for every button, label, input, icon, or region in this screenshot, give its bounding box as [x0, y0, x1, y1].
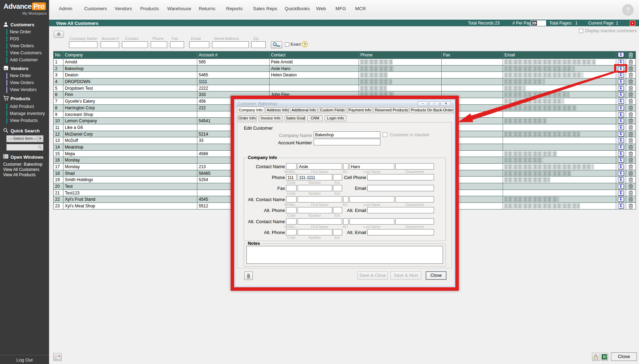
edit-icon[interactable]: E — [618, 177, 624, 182]
quick-search-select[interactable]: ----Select Item----▼ — [6, 135, 43, 142]
edit-icon[interactable]: E — [618, 99, 624, 104]
column-header-account-[interactable]: Account # — [197, 51, 270, 59]
name-field-0-4[interactable] — [395, 163, 434, 170]
trash-icon[interactable] — [628, 98, 633, 104]
edit-icon[interactable]: E — [618, 191, 624, 195]
edit-icon[interactable]: E — [618, 138, 624, 143]
name-field-0-0[interactable] — [286, 163, 297, 170]
trash-icon[interactable] — [628, 59, 633, 65]
column-header-email[interactable]: Email — [503, 51, 616, 59]
name-field-3-4[interactable] — [395, 196, 434, 202]
sidebar-item-view-customers[interactable]: View Customers — [0, 50, 49, 56]
right-input-4[interactable] — [367, 207, 434, 213]
tab-crm[interactable]: CRM — [307, 115, 322, 121]
menu-item-mfg[interactable]: MFG — [335, 0, 346, 18]
edit-icon[interactable]: E — [618, 79, 624, 84]
name-field-5-2[interactable] — [343, 218, 348, 225]
name-field-3-3[interactable] — [349, 196, 394, 202]
trash-icon[interactable] — [628, 131, 633, 137]
logout-button[interactable]: Log Out — [0, 357, 49, 363]
tab-payment-info[interactable]: Payment Info — [347, 107, 373, 113]
filter-input-contact[interactable] — [122, 41, 148, 48]
trash-icon[interactable] — [628, 92, 633, 97]
report-icon[interactable] — [53, 353, 62, 361]
right-input-6[interactable] — [367, 229, 434, 235]
display-inactive-checkbox[interactable] — [579, 29, 583, 33]
close-page-button[interactable]: Close — [611, 352, 637, 361]
trash-icon[interactable] — [628, 171, 633, 176]
save-close-button[interactable]: Save & Close — [358, 272, 388, 280]
edit-icon[interactable]: E — [618, 86, 624, 91]
sidebar-item-new-order[interactable]: New Order — [0, 73, 49, 79]
name-field-3-1[interactable] — [298, 196, 342, 202]
menu-item-sales-reps[interactable]: Sales Reps — [253, 0, 277, 18]
edit-icon[interactable]: E — [618, 132, 624, 137]
name-field-5-0[interactable] — [286, 218, 297, 225]
edit-icon[interactable]: E — [618, 125, 624, 130]
filter-input-phone[interactable] — [151, 41, 167, 48]
sidebar-item-add-customer[interactable]: Add Customer — [0, 57, 49, 63]
company-name-input[interactable]: Bakeshop — [314, 131, 380, 138]
tab-login-info[interactable]: Login Info — [325, 115, 346, 121]
customer-inactive-checkbox[interactable] — [383, 132, 387, 137]
notes-textarea[interactable] — [246, 246, 443, 264]
menu-item-reports[interactable]: Reports — [226, 0, 243, 18]
sidebar-item-manage-inventory[interactable]: Manage Inventory — [0, 111, 49, 117]
tab-sales-goal[interactable]: Sales Goal — [285, 115, 305, 121]
menu-item-mcr[interactable]: MCR — [355, 0, 366, 18]
name-field-5-1[interactable] — [298, 218, 342, 225]
filter-input-zip[interactable] — [251, 41, 266, 48]
sidebar-item-view-products[interactable]: View Products — [0, 118, 49, 124]
tab-invoice-info[interactable]: Invoice Info — [259, 115, 283, 121]
name-field-5-4[interactable] — [395, 218, 434, 225]
menu-item-customers[interactable]: Customers — [84, 0, 107, 18]
sidebar-item-pos[interactable]: POS — [0, 36, 49, 42]
edit-icon[interactable]: E — [618, 118, 624, 123]
account-number-input[interactable] — [314, 139, 380, 145]
name-field-0-3[interactable]: Haro — [349, 163, 394, 170]
menu-item-returns[interactable]: Returns — [199, 0, 215, 18]
edit-icon[interactable]: E — [618, 164, 624, 169]
trash-icon[interactable] — [628, 125, 633, 130]
edit-icon[interactable]: E — [618, 73, 624, 77]
column-header-contact[interactable]: Contact — [270, 51, 359, 59]
name-field-0-1[interactable]: Aisle — [298, 163, 342, 170]
excel-icon[interactable] — [601, 353, 608, 361]
trash-icon[interactable] — [628, 66, 633, 71]
tab-address-info[interactable]: Address Info — [265, 107, 289, 113]
table-row-1[interactable]: 1Arnold565Pete ArnoldE — [54, 59, 635, 65]
attachment-paperclip-button[interactable] — [244, 272, 253, 280]
edit-icon[interactable]: E — [618, 158, 624, 163]
phone-field-1-0[interactable]: 111 — [286, 174, 297, 180]
open-window-3[interactable]: View All Products — [3, 172, 36, 177]
modal-close-button[interactable]: Close — [426, 272, 446, 280]
menu-item-products[interactable]: Products — [140, 0, 159, 18]
sidebar-item-view-vendors[interactable]: View Vendors — [0, 87, 49, 93]
filter-input-company-name[interactable] — [69, 41, 97, 48]
trash-icon[interactable] — [628, 72, 633, 78]
tab-custom-fields[interactable]: Custom Fields — [319, 107, 346, 113]
per-page-input[interactable]: 39 — [531, 20, 546, 26]
phone-field-2-0[interactable] — [286, 185, 297, 191]
trash-icon[interactable] — [628, 52, 633, 58]
filter-input-email[interactable] — [189, 41, 209, 48]
table-row-5[interactable]: 5Dropdown Test2222E — [54, 85, 635, 91]
trash-icon[interactable] — [628, 151, 633, 157]
menu-item-warehouse[interactable]: Warehouse — [167, 0, 191, 18]
trash-icon[interactable] — [628, 144, 633, 150]
lock-icon[interactable] — [592, 353, 599, 361]
trash-icon[interactable] — [628, 85, 633, 91]
save-next-button[interactable]: Save & Next — [390, 272, 421, 280]
edit-icon[interactable]: E — [618, 171, 624, 176]
open-window-1[interactable]: Customer: Bakeshop — [3, 162, 42, 167]
name-field-3-2[interactable] — [343, 196, 348, 202]
trash-icon[interactable] — [628, 164, 633, 170]
sidebar-item-new-order[interactable]: New Order — [0, 29, 49, 35]
edit-icon[interactable]: E — [618, 151, 624, 156]
edit-icon[interactable]: E — [618, 197, 624, 202]
tab-order-info[interactable]: Order Info — [237, 115, 257, 121]
edit-icon[interactable]: E — [618, 105, 624, 110]
trash-icon[interactable] — [628, 184, 633, 189]
filter-help-icon[interactable]: ? — [302, 41, 308, 47]
sidebar-item-view-orders[interactable]: View Orders — [0, 43, 49, 49]
